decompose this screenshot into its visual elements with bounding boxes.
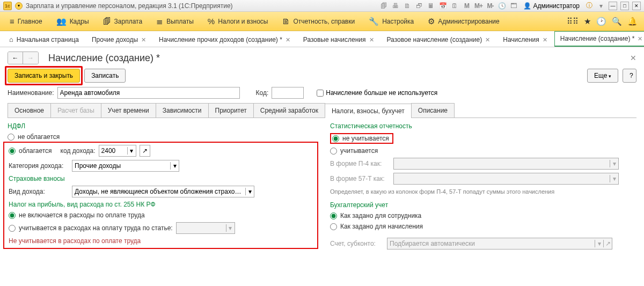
schedule-icon[interactable]: 🗓: [450, 2, 459, 10]
apps-icon[interactable]: ⠿⠿: [567, 17, 579, 26]
account-line: Счет, субконто: Подбирается автоматическ…: [330, 238, 636, 250]
app-logo: 1c: [3, 2, 12, 10]
search-icon[interactable]: 🔍: [612, 17, 622, 26]
menu-Отчетность, справки[interactable]: 🗎Отчетность, справки: [275, 12, 361, 31]
ndfl-title: НДФЛ: [8, 122, 314, 130]
income-code-select[interactable]: 2400▾: [99, 145, 136, 157]
save-close-button[interactable]: Записать и закрыть: [8, 69, 80, 83]
info-icon[interactable]: ⓘ: [585, 2, 594, 10]
nav-buttons: ← →: [8, 52, 39, 64]
inner-tab: Расчет базы: [50, 103, 101, 118]
page-title: Начисление (создание) *: [48, 53, 160, 64]
tab-close[interactable]: ✕: [485, 36, 490, 43]
inner-tab[interactable]: Средний заработок: [253, 103, 325, 118]
inner-tab[interactable]: Основное: [8, 103, 51, 118]
highlight-save-close: Записать и закрыть: [5, 66, 83, 85]
buh-calc-radio[interactable]: Как задано для начисления: [330, 223, 636, 230]
inner-tab[interactable]: Зависимости: [156, 103, 209, 118]
compare-icon[interactable]: 🗗: [415, 2, 423, 10]
not-used-checkbox[interactable]: Начисление больше не используется: [317, 89, 437, 97]
favorites-icon[interactable]: ★: [584, 17, 591, 26]
right-column: Статистическая отчетность не учитывается…: [330, 122, 636, 253]
calendar-icon[interactable]: 📅: [438, 2, 447, 10]
print-preview-icon[interactable]: 🗐: [379, 2, 388, 10]
ndfl-taxed[interactable]: облагается код дохода: 2400▾ ↗: [9, 145, 313, 157]
account-select: Подбирается автоматически▾↗: [387, 238, 612, 250]
menu-Администрирование[interactable]: ⚙Администрирование: [421, 12, 506, 31]
m-plus-icon[interactable]: M+: [474, 2, 482, 10]
history-icon[interactable]: 🕑: [596, 17, 606, 26]
inner-tab[interactable]: Приоритет: [208, 103, 254, 118]
inner-tab[interactable]: Описание: [411, 103, 455, 118]
help-button[interactable]: ?: [623, 69, 636, 83]
name-row: Наименование: Код: Начисление больше не …: [8, 87, 636, 99]
toolbar: Записать и закрыть Записать Еще ?: [8, 69, 636, 83]
stat-not-radio[interactable]: не учитывается: [332, 135, 389, 142]
nav-back[interactable]: ←: [8, 52, 23, 64]
tab[interactable]: Начисление прочих доходов (создание) *✕: [153, 32, 296, 47]
more-button[interactable]: Еще: [587, 69, 618, 83]
stat-yes-radio[interactable]: учитывается: [330, 147, 636, 155]
m-minus-icon[interactable]: M-: [486, 2, 494, 10]
stat-highlight: не учитывается: [330, 133, 393, 144]
ndfl-not-taxed[interactable]: не облагается: [8, 133, 314, 141]
menu-Налоги и взносы[interactable]: %Налоги и взносы: [201, 12, 275, 31]
income-type-select[interactable]: Доходы, не являющиеся объектом обложения…: [72, 186, 254, 197]
page-close[interactable]: ✕: [630, 54, 636, 62]
app-title: Зарплата и управление персоналом, редакц…: [26, 2, 376, 10]
bell-icon[interactable]: 🔔: [627, 17, 638, 26]
main-menu: ≡Главное👥Кадры🗐Зарплата≣Выплаты%Налоги и…: [0, 12, 644, 31]
windows-icon[interactable]: 🗔: [509, 2, 518, 10]
buh-emp-radio[interactable]: Как задано для сотрудника: [330, 212, 636, 219]
profit-included[interactable]: учитывается в расходах на оплату труда п…: [9, 222, 313, 234]
dd-icon[interactable]: ▾: [597, 2, 605, 10]
doc-icon[interactable]: 🗎: [403, 2, 412, 10]
income-type-line: Вид дохода: Доходы, не являющиеся объект…: [9, 186, 313, 197]
maximize-button[interactable]: □: [620, 2, 629, 10]
save-button[interactable]: Записать: [84, 69, 126, 83]
dropdown-icon[interactable]: ▾: [15, 2, 23, 10]
close-button[interactable]: ✕: [632, 2, 641, 10]
tab-strip: Начальная страницаПрочие доходы✕Начислен…: [0, 31, 644, 47]
minimize-button[interactable]: —: [609, 2, 617, 10]
buh-title: Бухгалтерский учет: [330, 201, 636, 209]
inner-tab[interactable]: Учет времени: [101, 103, 156, 118]
nav-fwd[interactable]: →: [23, 52, 38, 64]
income-code-open[interactable]: ↗: [140, 145, 150, 157]
page-area: ← → Начисление (создание) * ✕ Записать и…: [0, 47, 644, 258]
m-icon[interactable]: M: [462, 2, 471, 10]
tab[interactable]: Разовые начисления✕: [297, 32, 380, 47]
tab-close[interactable]: ✕: [543, 36, 547, 43]
tab[interactable]: Прочие доходы✕: [86, 32, 152, 47]
menu-Выплаты[interactable]: ≣Выплаты: [150, 12, 200, 31]
tab-close[interactable]: ✕: [638, 35, 642, 42]
stat-title: Статистическая отчетность: [330, 122, 636, 130]
profit-title: Налог на прибыль, вид расхода по ст. 255…: [9, 201, 313, 208]
inner-tabs: ОсновноеРасчет базыУчет времениЗависимос…: [8, 103, 636, 118]
code-input[interactable]: [272, 87, 304, 99]
insurance-title: Страховые взносы: [9, 175, 313, 182]
p57-select: ▾: [393, 173, 619, 185]
name-input[interactable]: [57, 87, 240, 99]
tab-close[interactable]: ✕: [369, 36, 374, 43]
clock-icon[interactable]: 🕓: [497, 2, 506, 10]
left-highlight: облагается код дохода: 2400▾ ↗ Категория…: [3, 142, 318, 249]
not-accounted-text: Не учитывается в расходах по оплате труд…: [9, 237, 313, 245]
calc-icon[interactable]: 🖩: [427, 2, 435, 10]
menu-Главное[interactable]: ≡Главное: [3, 12, 49, 31]
menu-Настройка[interactable]: 🔧Настройка: [362, 12, 420, 31]
income-category-select[interactable]: Прочие доходы▾: [72, 160, 179, 172]
p4-select: ▾: [393, 158, 619, 170]
tab[interactable]: Разовое начисление (создание)✕: [381, 32, 496, 47]
inner-tab[interactable]: Налоги, взносы, бухучет: [325, 104, 412, 118]
tab[interactable]: Начальная страница: [3, 32, 85, 47]
menu-Зарплата[interactable]: 🗐Зарплата: [97, 12, 149, 31]
tab-close[interactable]: ✕: [286, 36, 290, 43]
tab-close[interactable]: ✕: [141, 36, 146, 43]
profit-not-included[interactable]: не включается в расходы по оплате труда: [9, 211, 313, 219]
print-icon[interactable]: 🖶: [391, 2, 400, 10]
menu-Кадры[interactable]: 👥Кадры: [50, 12, 96, 31]
tab[interactable]: Начисления✕: [497, 32, 553, 47]
current-user[interactable]: 👤Администратор: [521, 2, 582, 10]
tab[interactable]: Начисление (создание) *✕: [554, 31, 644, 47]
